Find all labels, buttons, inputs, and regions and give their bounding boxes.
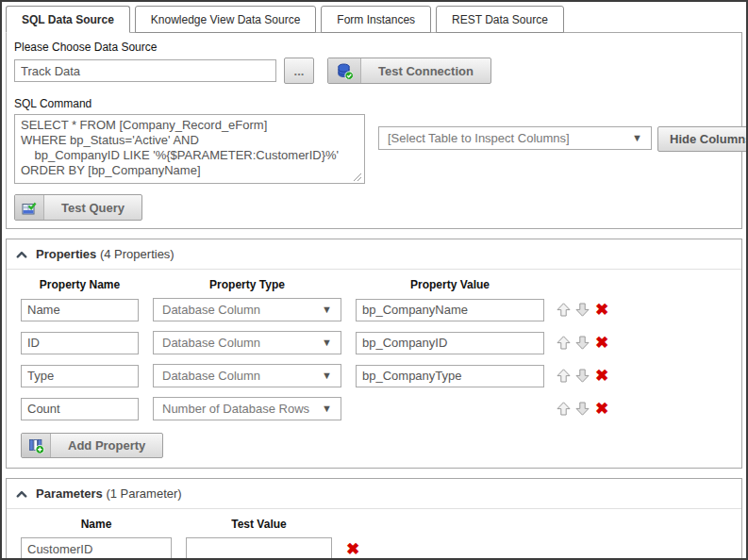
property-name-input[interactable] [21,398,139,420]
delete-icon[interactable]: ✖ [595,335,608,351]
properties-panel: Properties (4 Properties) Property Name … [6,239,742,469]
test-query-button[interactable]: Test Query [14,194,142,221]
test-query-label: Test Query [44,195,141,220]
property-type-value: Number of Database Rows [162,402,309,416]
dropdown-arrow-icon: ▼ [322,404,332,414]
col-header-test-value: Test Value [186,518,332,531]
delete-icon[interactable]: ✖ [595,368,608,384]
property-type-select[interactable]: Database Column ▼ [153,331,341,354]
tab-sql-data-source[interactable]: SQL Data Source [6,6,130,33]
property-type-value: Database Column [162,303,260,317]
table-select[interactable]: [Select Table to Inspect Columns] ▼ [378,126,652,150]
datasource-label: Please Choose Data Source [14,41,734,54]
sql-command-row: SELECT * FROM [Company_Record_eForm] WHE… [14,114,734,188]
move-down-icon[interactable] [574,368,590,384]
table-select-value: [Select Table to Inspect Columns] [388,131,570,145]
property-type-value: Database Column [162,336,260,350]
move-down-icon[interactable] [574,302,590,318]
property-row: Number of Database Rows ▼ ✖ [21,397,741,420]
move-up-icon[interactable] [556,401,572,417]
add-icon [22,434,51,457]
property-name-input[interactable] [21,365,139,387]
collapse-icon [16,490,27,498]
move-up-icon[interactable] [556,335,572,351]
add-property-button[interactable]: Add Property [21,433,163,458]
add-property-label: Add Property [51,434,162,457]
property-type-select[interactable]: Number of Database Rows ▼ [153,397,341,420]
parameters-title: Parameters [36,486,103,501]
tab-rest-data-source[interactable]: REST Data Source [436,6,564,33]
dropdown-arrow-icon: ▼ [322,371,332,381]
inspect-columns-row: [Select Table to Inspect Columns] ▼ Hide… [378,126,748,152]
move-down-icon[interactable] [574,401,590,417]
sql-command-wrap: SELECT * FROM [Company_Record_eForm] WHE… [14,114,365,188]
test-query-icon [15,195,44,220]
tab-form-instances[interactable]: Form Instances [321,6,431,33]
parameter-test-value-input[interactable] [186,537,332,560]
sql-datasource-dialog: SQL Data Source Knowledge View Data Sour… [0,0,748,560]
collapse-icon [16,251,27,258]
parameters-table-header: Name Test Value [21,518,741,531]
parameters-section-header[interactable]: Parameters (1 Parameter) [7,479,741,509]
test-connection-button[interactable]: Test Connection [327,58,491,84]
datasource-input[interactable] [14,59,276,82]
property-name-input[interactable] [21,332,139,354]
property-row: Database Column ▼ ✖ [21,298,741,321]
tab-knowledge-view-data-source[interactable]: Knowledge View Data Source [135,6,317,33]
properties-title: Properties [36,247,96,261]
datasource-row: ... Test Connection [14,58,734,84]
hide-columns-button[interactable]: Hide Columns [657,126,748,152]
parameters-panel: Parameters (1 Parameter) Name Test Value… [6,478,742,560]
move-down-icon[interactable] [574,335,590,351]
properties-section-header[interactable]: Properties (4 Properties) [7,239,741,270]
test-connection-label: Test Connection [361,58,490,83]
parameters-table: Name Test Value ✖ [7,509,741,560]
dropdown-arrow-icon: ▼ [322,338,332,348]
dropdown-arrow-icon: ▼ [632,133,642,143]
dropdown-arrow-icon: ▼ [322,305,332,315]
properties-table-header: Property Name Property Type Property Val… [21,278,741,291]
delete-icon[interactable]: ✖ [595,302,608,318]
sql-command-label: SQL Command [14,97,734,110]
resize-handle-icon[interactable] [353,173,362,182]
move-up-icon[interactable] [556,368,572,384]
col-header-property-value: Property Value [356,278,544,291]
property-type-select[interactable]: Database Column ▼ [153,298,341,321]
property-value-input[interactable] [356,299,544,321]
move-up-icon[interactable] [556,302,572,318]
property-value-input[interactable] [356,332,544,354]
tab-bar: SQL Data Source Knowledge View Data Sour… [2,2,746,32]
parameter-row: ✖ [21,537,741,560]
sql-command-textarea[interactable]: SELECT * FROM [Company_Record_eForm] WHE… [14,114,365,184]
properties-table: Property Name Property Type Property Val… [7,270,741,420]
property-type-value: Database Column [162,369,260,383]
sql-tab-panel: Please Choose Data Source ... Test Conne… [6,32,742,229]
delete-icon[interactable]: ✖ [346,541,359,557]
parameters-count: (1 Parameter) [106,486,181,501]
property-row: Database Column ▼ ✖ [21,331,741,354]
col-header-property-name: Property Name [21,278,139,291]
database-check-icon [328,58,361,83]
parameter-name-input[interactable] [21,537,172,560]
browse-button[interactable]: ... [284,58,314,84]
delete-icon[interactable]: ✖ [595,401,608,417]
property-value-input[interactable] [356,365,544,387]
property-type-select[interactable]: Database Column ▼ [153,364,341,387]
properties-count: (4 Properties) [100,247,175,261]
property-name-input[interactable] [21,299,139,321]
property-row: Database Column ▼ ✖ [21,364,741,387]
col-header-name: Name [21,518,172,531]
col-header-property-type: Property Type [153,278,341,291]
